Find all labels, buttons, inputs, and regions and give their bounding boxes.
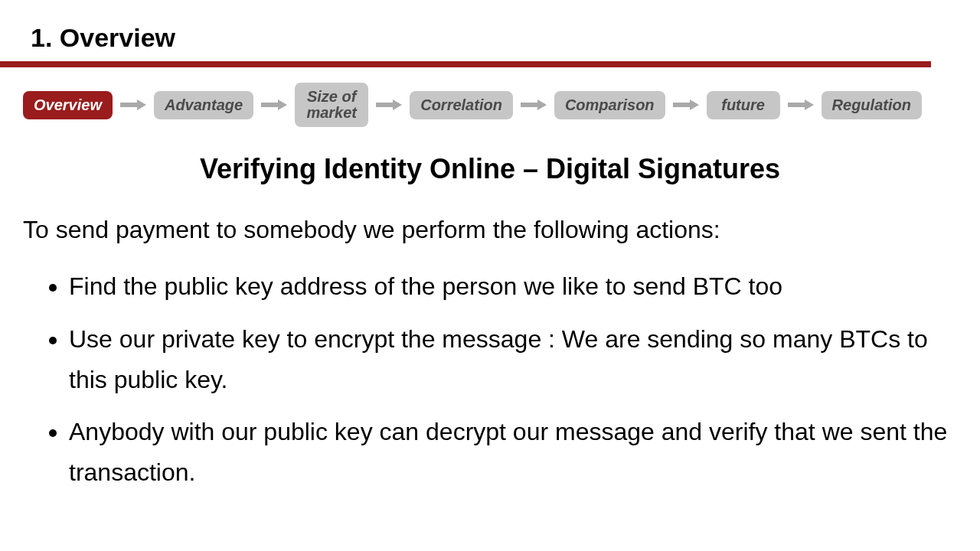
bullet-list: Find the public key address of the perso… bbox=[38, 266, 949, 505]
list-item: Anybody with our public key can decrypt … bbox=[69, 412, 949, 493]
nav-item-size-of-market[interactable]: Size of market bbox=[295, 83, 368, 127]
arrow-right-icon bbox=[261, 99, 287, 110]
arrow-right-icon bbox=[673, 99, 699, 110]
accent-bar bbox=[0, 61, 931, 67]
nav-item-comparison[interactable]: Comparison bbox=[554, 91, 665, 119]
arrow-right-icon bbox=[376, 99, 402, 110]
intro-text: To send payment to somebody we perform t… bbox=[23, 214, 720, 245]
nav-item-future[interactable]: future bbox=[707, 91, 780, 119]
nav-item-overview[interactable]: Overview bbox=[23, 91, 113, 119]
content-title: Verifying Identity Online – Digital Sign… bbox=[0, 153, 980, 185]
breadcrumb-nav: Overview Advantage Size of market Correl… bbox=[23, 83, 922, 127]
arrow-right-icon bbox=[788, 99, 814, 110]
arrow-right-icon bbox=[120, 99, 146, 110]
nav-item-advantage[interactable]: Advantage bbox=[154, 91, 253, 119]
list-item: Find the public key address of the perso… bbox=[69, 266, 949, 307]
section-title: 1. Overview bbox=[31, 23, 175, 53]
list-item: Use our private key to encrypt the messa… bbox=[69, 319, 949, 400]
slide: 1. Overview Overview Advantage Size of m… bbox=[0, 0, 980, 551]
nav-item-correlation[interactable]: Correlation bbox=[410, 91, 513, 119]
arrow-right-icon bbox=[521, 99, 547, 110]
nav-item-regulation[interactable]: Regulation bbox=[822, 91, 922, 119]
